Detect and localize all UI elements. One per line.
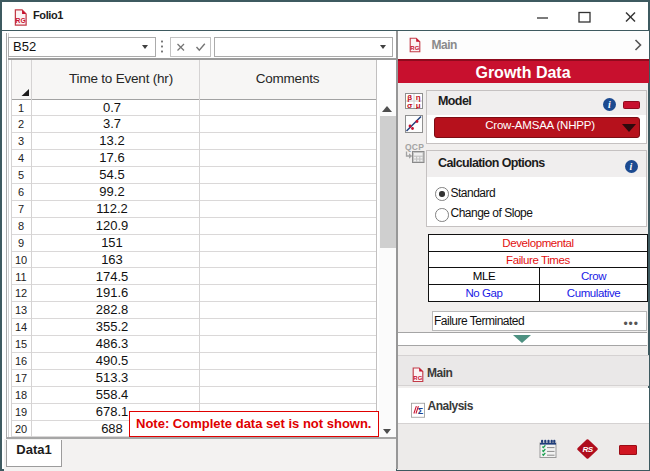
svg-text:RG: RG <box>410 45 419 51</box>
svg-text:RG: RG <box>16 17 26 24</box>
svg-text:Σ: Σ <box>417 406 423 416</box>
svg-text:σ: σ <box>407 101 413 109</box>
svg-text:RS: RS <box>582 445 593 454</box>
svg-text:QCP: QCP <box>405 142 424 152</box>
svg-text:RG: RG <box>413 375 422 381</box>
svg-text:μ: μ <box>416 101 421 109</box>
